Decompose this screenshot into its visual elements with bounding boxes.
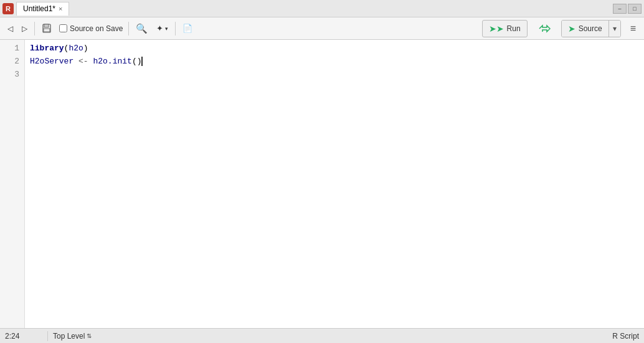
editor-toolbar: ◁ ▷ Source on Save 🔍 ✦ ▾ 📄 ➤➤ Run [0,17,644,40]
lines-icon: ≡ [630,24,636,34]
editor-tab[interactable]: Untitled1* × [16,2,69,16]
source-arrow-icon: ➤ [568,24,575,34]
code-line-3 [30,68,639,82]
scope-level[interactable]: Top Level ⇅ [53,332,92,341]
rerun-icon [538,24,551,34]
line-number: 3 [5,68,19,82]
svg-rect-2 [44,29,50,32]
run-label: Run [507,24,521,33]
save-button[interactable] [38,20,55,37]
source-dropdown-arrow: ▾ [613,24,617,33]
status-sep-1 [47,331,48,341]
window-controls: – □ [613,4,642,14]
source-button[interactable]: ➤ Source [562,21,609,37]
code-line-1: library(h2o) [30,42,639,55]
code-editor[interactable]: library(h2o) H2oServer <- h2o.init() [25,40,644,328]
undo-icon: ◁ [7,24,13,33]
source-label: Source [579,24,602,33]
run-button[interactable]: ➤➤ Run [482,20,528,37]
dropdown-arrow-code: ▾ [165,26,168,32]
code-line-2: H2oServer <- h2o.init() [30,55,639,68]
script-type: R Script [612,332,639,341]
tab-close-button[interactable]: × [59,6,62,12]
compile-icon: 📄 [182,24,192,33]
line-numbers: 1 2 3 [0,40,25,328]
scope-level-text: Top Level [53,332,85,341]
rerun-button[interactable] [533,20,556,37]
line-number: 2 [5,55,19,68]
undo-button[interactable]: ◁ [4,20,17,37]
run-arrow-icon: ➤➤ [489,24,504,34]
save-icon [42,24,52,34]
source-button-group: ➤ Source ▾ [561,20,621,37]
search-button[interactable]: 🔍 [132,20,151,37]
line-number: 1 [5,42,19,55]
wand-icon: ✦ [156,24,163,33]
cursor-position: 2:24 [5,332,42,341]
title-bar: R Untitled1* × – □ [0,0,644,17]
svg-rect-1 [44,24,49,27]
scope-chevron-icon: ⇅ [87,332,92,339]
sep-2 [128,22,129,35]
r-app-icon: R [2,3,14,14]
source-on-save-text: Source on Save [70,24,123,33]
compile-button[interactable]: 📄 [179,20,196,37]
options-button[interactable]: ≡ [626,20,640,37]
minimize-button[interactable]: – [613,4,627,14]
maximize-button[interactable]: □ [628,4,642,14]
status-bar: 2:24 Top Level ⇅ R Script [0,328,644,343]
redo-icon: ▷ [22,24,27,33]
tab-title: Untitled1* [23,4,55,13]
sep-3 [175,22,176,35]
code-tools-button[interactable]: ✦ ▾ [153,20,172,37]
source-on-save-checkbox[interactable] [59,24,67,32]
sep-1 [34,22,35,35]
search-icon: 🔍 [136,23,148,34]
editor-container: 1 2 3 library(h2o) H2oServer <- h2o.init… [0,40,644,328]
source-on-save-label[interactable]: Source on Save [57,23,125,34]
redo-button[interactable]: ▷ [18,20,31,37]
source-dropdown-button[interactable]: ▾ [609,21,620,37]
